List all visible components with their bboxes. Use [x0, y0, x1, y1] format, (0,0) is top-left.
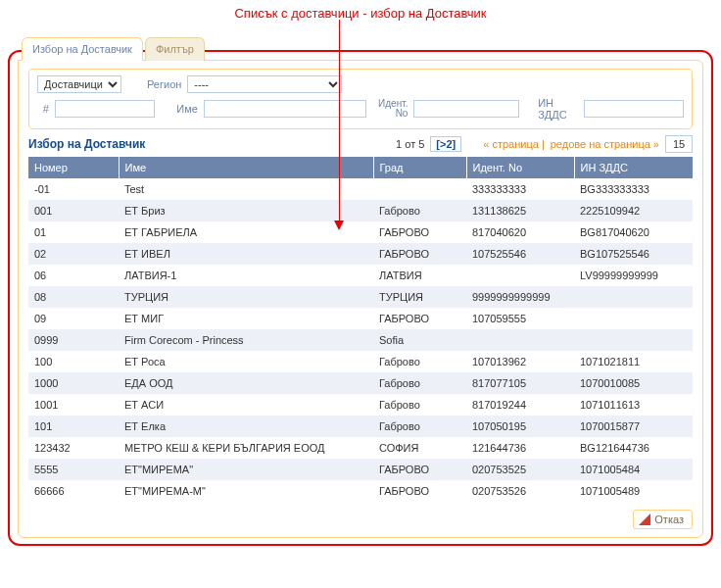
cancel-button[interactable]: Отказ [633, 510, 693, 529]
cell-city: ГАБРОВО [373, 308, 466, 329]
cell-ident: 107525546 [466, 243, 574, 265]
cell-city: ГАБРОВО [373, 243, 466, 265]
cell-num: 02 [28, 243, 119, 265]
cell-num: 123432 [28, 437, 119, 459]
cell-name: ЕТ ИВЕЛ [119, 243, 373, 265]
cell-ident: 020753526 [466, 480, 574, 502]
cell-num: 01 [28, 221, 119, 243]
table-row[interactable]: 0999Firm Corecom - PrincessSofia [28, 329, 693, 351]
cell-name: ЕТ"МИРЕМА" [119, 459, 373, 480]
cell-name: ЕТ МИГ [119, 308, 373, 329]
cell-num: 101 [28, 416, 119, 437]
tab-filter[interactable]: Филтър [145, 37, 205, 61]
cell-ident: 333333333 [466, 178, 574, 200]
ident-input[interactable] [413, 100, 519, 118]
table-row[interactable]: 101ЕТ ЕлкаГаброво1070501951070015877 [28, 416, 693, 437]
cell-vat: 1070010085 [574, 372, 693, 394]
cell-name: ЕТ"МИРЕМА-М" [119, 480, 373, 502]
name-input[interactable] [204, 100, 366, 118]
cell-city: ТУРЦИЯ [373, 286, 466, 308]
cell-city: ГАБРОВО [373, 480, 466, 502]
num-input[interactable] [55, 100, 155, 118]
tabs-bar: Избор на Доставчик Филтър [22, 36, 711, 60]
vat-input[interactable] [584, 100, 684, 118]
cell-vat: 1071005484 [574, 459, 693, 480]
rows-per-page-link[interactable]: редове на страница » [551, 138, 659, 150]
cell-num: 08 [28, 286, 119, 308]
cell-vat: BG107525546 [574, 243, 693, 265]
table-row[interactable]: 100ЕТ РосаГаброво1070139621071021811 [28, 351, 693, 372]
cell-num: 1001 [28, 394, 119, 416]
cell-ident [466, 329, 574, 351]
col-header-num[interactable]: Номер [28, 157, 119, 178]
cell-city: ГАБРОВО [373, 459, 466, 480]
cell-city: Sofia [373, 329, 466, 351]
table-row[interactable]: 08ТУРЦИЯТУРЦИЯ9999999999999 [28, 286, 693, 308]
table-row[interactable]: 02ЕТ ИВЕЛГАБРОВО107525546BG107525546 [28, 243, 693, 265]
table-row[interactable]: 123432МЕТРО КЕШ & КЕРИ БЪЛГАРИЯ ЕООДСОФИ… [28, 437, 693, 459]
suppliers-table: Номер Име Град Идент. No ИН ЗДДС -01Test… [28, 157, 693, 502]
page-nav-left[interactable]: « страница | [483, 138, 545, 150]
cell-num: 100 [28, 351, 119, 372]
cell-city: Габрово [373, 394, 466, 416]
cell-num: 1000 [28, 372, 119, 394]
page-info: 1 от 5 [396, 138, 424, 150]
cell-vat: 1071005489 [574, 480, 693, 502]
table-row[interactable]: 5555ЕТ"МИРЕМА"ГАБРОВО0207535251071005484 [28, 459, 693, 480]
nav-square-icon [467, 141, 474, 148]
page-title: Избор на Доставчик [28, 137, 145, 151]
cell-name: ЕТ Елка [119, 416, 373, 437]
main-panel-border: Избор на Доставчик Филтър Доставчици Рег… [8, 50, 713, 546]
cell-num: 0999 [28, 329, 119, 351]
cell-city: ЛАТВИЯ [373, 265, 466, 286]
cell-name: ЕТ АСИ [119, 394, 373, 416]
cell-name: Firm Corecom - Princess [119, 329, 373, 351]
cell-city: Габрово [373, 351, 466, 372]
col-header-name[interactable]: Име [119, 157, 373, 178]
table-row[interactable]: 001ЕТ БризГаброво1311386252225109942 [28, 200, 693, 221]
table-row[interactable]: 1000ЕДА ООДГаброво8170771051070010085 [28, 372, 693, 394]
cell-ident: 020753525 [466, 459, 574, 480]
col-header-ident[interactable]: Идент. No [466, 157, 574, 178]
table-row[interactable]: -01Test333333333BG333333333 [28, 178, 693, 200]
rows-per-page-input[interactable] [665, 135, 693, 153]
cell-num: 06 [28, 265, 119, 286]
cell-name: ЛАТВИЯ-1 [119, 265, 373, 286]
cell-ident: 131138625 [466, 200, 574, 221]
cell-num: 5555 [28, 459, 119, 480]
cell-city: Габрово [373, 416, 466, 437]
cell-name: ЕТ Роса [119, 351, 373, 372]
vat-label: ИН ЗДДС [538, 97, 578, 121]
cancel-button-label: Отказ [654, 514, 684, 525]
cell-ident: 107059555 [466, 308, 574, 329]
cancel-icon [639, 514, 650, 525]
table-row[interactable]: 06ЛАТВИЯ-1ЛАТВИЯLV99999999999 [28, 265, 693, 286]
cell-name: МЕТРО КЕШ & КЕРИ БЪЛГАРИЯ ЕООД [119, 437, 373, 459]
table-row[interactable]: 01ЕТ ГАБРИЕЛАГАБРОВО817040620BG817040620 [28, 221, 693, 243]
cell-city: СОФИЯ [373, 437, 466, 459]
cell-city: Габрово [373, 372, 466, 394]
region-select[interactable]: ---- [187, 75, 342, 93]
table-row[interactable]: 09ЕТ МИГГАБРОВО107059555 [28, 308, 693, 329]
cell-num: -01 [28, 178, 119, 200]
cell-num: 09 [28, 308, 119, 329]
cell-vat: 1071021811 [574, 351, 693, 372]
supplier-type-select[interactable]: Доставчици [37, 75, 121, 93]
cell-ident: 9999999999999 [466, 286, 574, 308]
col-header-vat[interactable]: ИН ЗДДС [574, 157, 693, 178]
cell-name: ЕТ Бриз [119, 200, 373, 221]
cell-name: ТУРЦИЯ [119, 286, 373, 308]
cell-vat: LV99999999999 [574, 265, 693, 286]
cell-vat: 2225109942 [574, 200, 693, 221]
toolbar: Избор на Доставчик 1 от 5 [>2] « страниц… [28, 135, 693, 153]
cell-vat: BG121644736 [574, 437, 693, 459]
name-label: Име [174, 103, 198, 115]
next-page-box[interactable]: [>2] [430, 136, 461, 152]
table-row[interactable]: 66666ЕТ"МИРЕМА-М"ГАБРОВО0207535261071005… [28, 480, 693, 502]
tab-select-supplier[interactable]: Избор на Доставчик [22, 37, 143, 61]
cell-vat: 1071011613 [574, 394, 693, 416]
cell-ident [466, 265, 574, 286]
table-row[interactable]: 1001ЕТ АСИГаброво8170192441071011613 [28, 394, 693, 416]
num-label: # [37, 103, 49, 115]
col-header-city[interactable]: Град [373, 157, 466, 178]
